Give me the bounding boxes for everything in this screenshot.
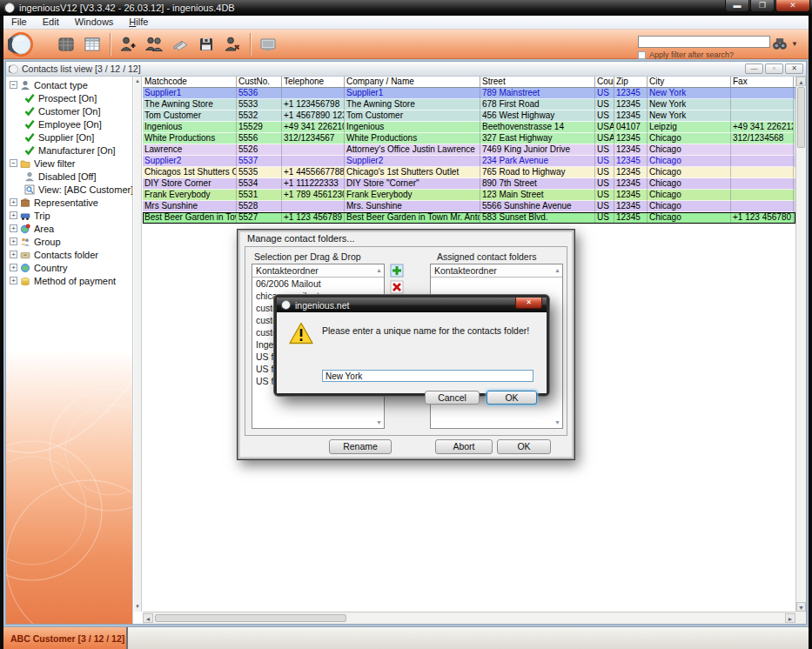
column-header[interactable]: Street (480, 77, 595, 87)
scroll-down-icon[interactable]: ▼ (796, 602, 806, 612)
ok-button[interactable]: OK (487, 391, 537, 405)
column-header[interactable]: Coun (595, 77, 614, 87)
list-header[interactable]: Kontakteordner (431, 264, 562, 278)
tree-item[interactable]: Disabled [Off] (6, 170, 132, 183)
duplicate-contact-button[interactable] (143, 33, 165, 56)
search-button[interactable]: ▼ (771, 35, 798, 52)
table-cell: US (595, 201, 614, 212)
tree-item[interactable]: Customer [On] (6, 104, 132, 117)
table-row[interactable]: Mrs Sunshine5528Mrs. Sunshine5566 Sunshi… (143, 201, 795, 212)
close-button[interactable]: ✕ (775, 0, 810, 12)
scroll-down-icon[interactable]: ▼ (376, 419, 382, 425)
tree-item[interactable]: +Representative (6, 196, 132, 209)
table-row[interactable]: White Productions5556312/1234567White Pr… (143, 133, 795, 144)
scroll-up-icon[interactable]: ▲ (796, 77, 806, 86)
ok-button[interactable]: OK (497, 439, 551, 454)
column-header[interactable]: Fax (731, 77, 794, 87)
tree-item[interactable]: +Trip (6, 209, 132, 222)
messagebox-close-button[interactable]: ✕ (515, 298, 542, 309)
expand-icon[interactable]: + (10, 198, 17, 206)
inner-close-button[interactable]: ✕ (785, 64, 803, 74)
table-view-button[interactable] (81, 33, 104, 56)
inner-title-bar[interactable]: Contacts list view [3 / 12 / 12] — ▫ ✕ (6, 62, 806, 77)
app-logo-large-icon[interactable] (8, 31, 34, 57)
tree-item[interactable]: +Method of payment (6, 274, 132, 287)
rename-button[interactable]: Rename (329, 439, 392, 454)
menu-file[interactable]: File (3, 16, 35, 29)
table-row[interactable]: Chicagos 1st Shutters Outlet5535+1 44556… (143, 167, 795, 178)
scroll-down-icon[interactable]: ▼ (554, 419, 560, 425)
scroll-down-icon[interactable]: ▼ (134, 603, 141, 611)
scroll-up-icon[interactable]: ▲ (554, 267, 560, 273)
table-row[interactable]: Ingenious15529+49 341 226210IngeniousBee… (143, 122, 795, 133)
column-header[interactable]: City (648, 77, 731, 87)
delete-button[interactable] (169, 33, 191, 56)
expand-icon[interactable]: + (10, 224, 17, 232)
tree-item[interactable]: −View filter (6, 157, 132, 170)
table-row[interactable]: Supplier15536Supplier1789 MainstreetUS12… (143, 88, 795, 99)
expand-icon[interactable]: + (10, 277, 17, 284)
column-header[interactable]: Telephone (282, 77, 345, 87)
expand-icon[interactable]: + (10, 211, 17, 219)
table-row[interactable]: Tom Customer5532+1 4567890 123Tom Custom… (143, 110, 795, 122)
menu-edit[interactable]: Edit (35, 16, 67, 29)
chevron-down-icon[interactable]: ▼ (791, 40, 798, 48)
screen-view-button[interactable] (257, 33, 279, 56)
new-contact-button[interactable] (117, 33, 139, 56)
tree-item[interactable]: −Contact type (6, 78, 132, 91)
scroll-right-icon[interactable]: ► (785, 613, 795, 623)
restore-button[interactable]: ❐ (750, 0, 775, 12)
table-horizontal-scrollbar[interactable]: ◄ ► (143, 612, 795, 624)
active-view-tab[interactable]: ABC Customer [3 / 12 / 12] (3, 627, 128, 649)
tree-item[interactable]: +Country (6, 261, 132, 274)
edit-contact-button[interactable] (221, 33, 244, 56)
minimize-button[interactable]: ▬ (725, 0, 749, 12)
table-row[interactable]: The Awning Store5533+1 123456798The Awni… (143, 99, 795, 110)
scroll-thumb[interactable] (797, 87, 805, 148)
column-header[interactable]: Company / Name (345, 77, 480, 87)
column-header[interactable]: CustNo. (237, 77, 282, 87)
scroll-up-icon[interactable]: ▲ (376, 267, 382, 273)
list-view-button[interactable] (55, 33, 77, 56)
expand-icon[interactable]: + (10, 238, 17, 245)
apply-filter-checkbox[interactable] (638, 51, 646, 59)
tree-item[interactable]: Employee [On] (6, 117, 132, 130)
search-input[interactable] (638, 36, 770, 48)
list-header[interactable]: Kontakteordner (252, 264, 384, 278)
scroll-thumb[interactable] (155, 614, 346, 622)
tree-item[interactable]: +Group (6, 235, 132, 248)
expand-icon[interactable]: + (10, 251, 17, 258)
save-button[interactable] (195, 33, 218, 56)
inner-minimize-button[interactable]: — (745, 64, 763, 74)
table-vertical-scrollbar[interactable]: ▲ ▼ (795, 77, 806, 612)
abort-button[interactable]: Abort (435, 439, 493, 454)
folder-name-input[interactable] (322, 370, 534, 382)
table-row[interactable]: Best Beer Garden in TownM5527+1 123 4567… (143, 212, 795, 224)
remove-folder-button[interactable] (389, 279, 404, 294)
column-header[interactable]: Zip (614, 77, 648, 87)
table-row[interactable]: Supplier25537Supplier2234 Park AvenueUS1… (143, 156, 795, 167)
collapse-icon[interactable]: − (10, 81, 17, 89)
tree-item[interactable]: Manufacturer [On] (6, 144, 132, 157)
table-row[interactable]: Frank Everybody5531+1 789 4561230Frank E… (143, 190, 795, 201)
collapse-icon[interactable]: − (10, 159, 17, 167)
expand-icon[interactable]: + (10, 264, 17, 271)
add-folder-button[interactable] (389, 263, 404, 278)
table-cell: 312/1234568 (731, 133, 794, 144)
list-item[interactable]: 06/2006 Mailout (252, 278, 384, 290)
tree-item[interactable]: Prospect [On] (6, 91, 132, 104)
tree-item[interactable]: View: [ABC Customer] (6, 183, 132, 196)
column-header[interactable]: Matchcode (143, 77, 237, 87)
menu-hilfe[interactable]: Hilfe (121, 16, 156, 29)
scroll-left-icon[interactable]: ◄ (143, 613, 153, 623)
table-row[interactable]: DIY Store Corner5534+1 111222333DIY Stor… (143, 178, 795, 190)
inner-restore-button[interactable]: ▫ (765, 64, 783, 74)
tree-item[interactable]: Supplier [On] (6, 130, 132, 144)
table-row[interactable]: Lawrence5526Attorney's Office Justin Law… (143, 144, 795, 156)
cancel-button[interactable]: Cancel (425, 391, 480, 405)
tree-item[interactable]: +Contacts folder (6, 248, 132, 261)
tree-item[interactable]: +Area (6, 222, 132, 235)
sidebar-scrollbar[interactable]: ▲ ▼ (134, 77, 142, 612)
menu-windows[interactable]: Windows (67, 16, 122, 29)
scroll-up-icon[interactable]: ▲ (134, 77, 141, 85)
